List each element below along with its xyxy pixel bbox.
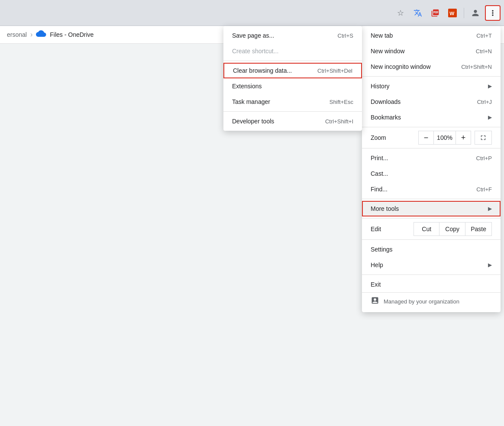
more-tools-submenu: Save page as... Ctrl+S Create shortcut..… (223, 26, 362, 131)
zoom-value: 100% (434, 131, 456, 145)
submenu-task-manager[interactable]: Task manager Shift+Esc (223, 94, 362, 110)
svg-text:W: W (449, 10, 454, 16)
translate-button[interactable] (410, 5, 426, 21)
menu-edit-row: Edit Cut Copy Paste (362, 220, 501, 238)
menu-divider-2 (362, 127, 501, 127)
edit-buttons: Cut Copy Paste (414, 222, 492, 236)
zoom-plus-button[interactable]: + (456, 131, 471, 145)
toolbar-icons: ☆ W (393, 5, 501, 21)
menu-history[interactable]: History ▶ (362, 78, 501, 94)
menu-print[interactable]: Print... Ctrl+P (362, 150, 501, 166)
menu-divider-4 (362, 199, 501, 199)
toolbar-separator (464, 8, 464, 18)
submenu-divider-1 (223, 61, 362, 61)
menu-more-tools[interactable]: More tools ▶ (362, 201, 501, 216)
menu-divider-6 (362, 239, 501, 240)
submenu-extensions[interactable]: Extensions (223, 78, 362, 94)
paste-button[interactable]: Paste (465, 222, 492, 236)
org-icon (371, 296, 379, 307)
menu-cast[interactable]: Cast... (362, 166, 501, 181)
menu-divider-5 (362, 218, 501, 219)
menu-new-tab[interactable]: New tab Ctrl+T (362, 28, 501, 43)
browser-toolbar: ☆ W (0, 0, 504, 26)
menu-new-window[interactable]: New window Ctrl+N (362, 43, 501, 59)
profile-button[interactable] (468, 5, 483, 21)
onedrive-cloud-icon (36, 30, 46, 39)
menu-divider-3 (362, 148, 501, 148)
submenu-divider-2 (223, 111, 362, 112)
zoom-minus-button[interactable]: − (418, 131, 434, 145)
menu-settings[interactable]: Settings (362, 242, 501, 257)
managed-text: Managed by your organization (384, 298, 459, 305)
fullscreen-button[interactable] (475, 131, 492, 145)
chrome-main-menu: New tab Ctrl+T New window Ctrl+N New inc… (362, 26, 501, 312)
copy-button[interactable]: Copy (439, 222, 465, 236)
menu-exit[interactable]: Exit (362, 277, 501, 292)
more-button[interactable] (485, 5, 501, 21)
menu-footer: Managed by your organization (362, 292, 501, 310)
menu-bookmarks[interactable]: Bookmarks ▶ (362, 110, 501, 125)
office-button[interactable]: W (445, 5, 460, 21)
menu-zoom-row: Zoom − 100% + (362, 129, 501, 146)
menu-find[interactable]: Find... Ctrl+F (362, 181, 501, 197)
cut-button[interactable]: Cut (414, 222, 439, 236)
submenu-clear-browsing[interactable]: Clear browsing data... Ctrl+Shift+Del (223, 63, 362, 78)
breadcrumb-separator: › (30, 31, 32, 39)
breadcrumb-files: Files - OneDrive (50, 31, 94, 38)
menu-help[interactable]: Help ▶ (362, 257, 501, 273)
pdf-button[interactable] (427, 5, 443, 21)
zoom-controls: − 100% + (418, 131, 471, 145)
menu-downloads[interactable]: Downloads Ctrl+J (362, 94, 501, 110)
submenu-create-shortcut: Create shortcut... (223, 43, 362, 59)
star-button[interactable]: ☆ (393, 5, 408, 21)
submenu-developer-tools[interactable]: Developer tools Ctrl+Shift+I (223, 113, 362, 129)
submenu-save-page[interactable]: Save page as... Ctrl+S (223, 28, 362, 43)
breadcrumb-personal: ersonal (7, 31, 27, 38)
menu-divider-1 (362, 76, 501, 77)
menu-divider-7 (362, 274, 501, 275)
menu-new-incognito[interactable]: New incognito window Ctrl+Shift+N (362, 59, 501, 74)
